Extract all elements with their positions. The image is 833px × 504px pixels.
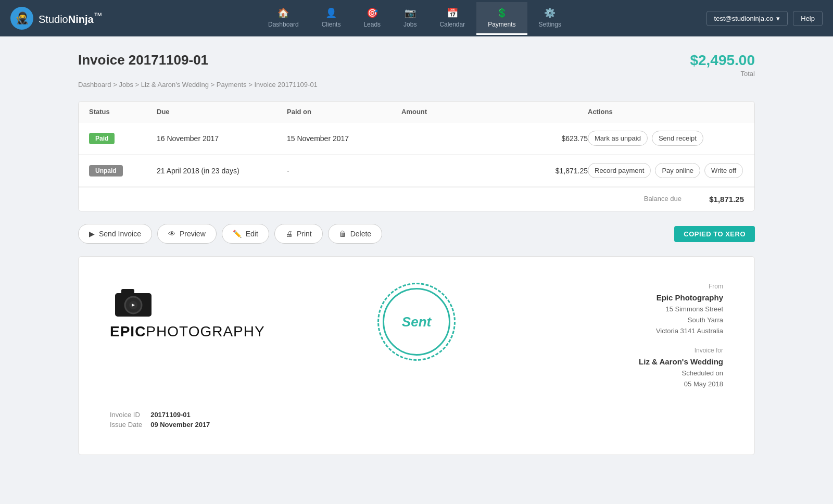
stamp-circle: Sent (383, 288, 450, 356)
invoice-total: $2,495.00 Total (690, 52, 755, 78)
sep1: > (113, 81, 119, 89)
brand-name: StudioNinja™ (39, 11, 102, 26)
company-logo: EPICPHOTOGRAPHY (110, 283, 357, 340)
invoice-for-details: Scheduled on 05 May 2018 (476, 368, 723, 390)
nav-leads[interactable]: 🎯 Leads (352, 2, 392, 35)
payments-icon: 💲 (496, 7, 508, 19)
logo-graphic (110, 283, 157, 319)
col-amount: Amount (401, 108, 588, 116)
due-cell: 16 November 2017 (157, 134, 287, 143)
invoice-title: Invoice 20171109-01 (78, 52, 208, 68)
main-nav: 🏠 Dashboard 👤 Clients 🎯 Leads 📷 Jobs 📅 C… (123, 2, 706, 35)
nav-clients[interactable]: 👤 Clients (310, 2, 352, 35)
navbar: 🥷 StudioNinja™ 🏠 Dashboard 👤 Clients 🎯 L… (0, 0, 833, 36)
balance-label: Balance due (644, 195, 681, 204)
nav-settings[interactable]: ⚙️ Settings (527, 2, 573, 35)
logo-circle: 🥷 (10, 7, 33, 30)
status-cell: Paid (89, 133, 157, 144)
sent-stamp: Sent (377, 283, 456, 361)
print-button[interactable]: 🖨 Print (274, 224, 323, 244)
col-actions: Actions (588, 108, 744, 116)
status-cell: Unpaid (89, 165, 157, 177)
from-info: From Epic Photography 15 Simmons Street … (476, 283, 723, 336)
write-off-button[interactable]: Write off (704, 163, 743, 178)
col-paid-on: Paid on (287, 108, 401, 116)
calendar-icon: 📅 (447, 7, 458, 19)
table-header: Status Due Paid on Amount Actions (79, 102, 754, 122)
col-due: Due (157, 108, 287, 116)
stamp-text: Sent (402, 314, 431, 330)
invoice-id-label: Invoice ID (110, 411, 142, 419)
clients-icon: 👤 (325, 7, 337, 19)
table-row: Paid 16 November 2017 15 November 2017 $… (79, 122, 754, 155)
breadcrumb: Dashboard > Jobs > Liz & Aaron's Wedding… (78, 81, 755, 89)
from-label: From (476, 283, 723, 290)
brand-logo: 🥷 StudioNinja™ (10, 7, 102, 30)
edit-button[interactable]: ✏️ Edit (222, 224, 269, 244)
send-invoice-button[interactable]: ▶ Send Invoice (78, 224, 152, 244)
xero-badge[interactable]: COPIED TO XERO (674, 226, 755, 242)
leads-icon: 🎯 (367, 7, 378, 19)
status-badge-paid: Paid (89, 133, 115, 144)
page-content: Invoice 20171109-01 $2,495.00 Total Dash… (62, 36, 771, 471)
chevron-down-icon: ▾ (776, 15, 780, 22)
from-company: Epic Photography (476, 293, 723, 302)
col-status: Status (89, 108, 157, 116)
due-cell: 21 April 2018 (in 23 days) (157, 167, 287, 175)
amount-cell: $623.75 (401, 134, 588, 143)
pay-online-button[interactable]: Pay online (655, 163, 700, 178)
issue-date-label: Issue Date (110, 421, 142, 429)
record-payment-button[interactable]: Record payment (588, 163, 651, 178)
printer-icon: 🖨 (285, 230, 293, 238)
invoice-total-amount: $2,495.00 (690, 52, 755, 69)
user-menu-button[interactable]: test@studioninja.co ▾ (706, 11, 788, 26)
navbar-right: test@studioninja.co ▾ Help (706, 11, 823, 26)
invoice-for-label: Invoice for (476, 347, 723, 354)
paid-on-cell: - (287, 167, 401, 175)
invoice-header: Invoice 20171109-01 $2,495.00 Total (78, 52, 755, 78)
action-bar: ▶ Send Invoice 👁 Preview ✏️ Edit 🖨 Print… (78, 224, 755, 244)
actions-cell: Mark as unpaid Send receipt (588, 131, 744, 146)
invoice-total-label: Total (690, 70, 755, 78)
invoice-for: Invoice for Liz & Aaron's Wedding Schedu… (476, 347, 723, 390)
balance-amount: $1,871.25 (702, 195, 744, 204)
delete-button[interactable]: 🗑 Delete (328, 224, 382, 244)
send-receipt-button[interactable]: Send receipt (652, 131, 703, 146)
status-badge-unpaid: Unpaid (89, 165, 123, 177)
preview-button[interactable]: 👁 Preview (157, 224, 217, 244)
issue-date-value: 09 November 2017 (150, 421, 723, 429)
jobs-icon: 📷 (405, 7, 416, 19)
preview-top: EPICPHOTOGRAPHY Sent From Epic Photograp… (110, 283, 723, 390)
from-address: 15 Simmons Street South Yarra Victoria 3… (476, 304, 723, 336)
settings-icon: ⚙️ (544, 7, 556, 19)
svg-rect-1 (121, 289, 134, 295)
send-invoice-icon: ▶ (89, 230, 95, 238)
trash-icon: 🗑 (339, 230, 346, 238)
mark-as-unpaid-button[interactable]: Mark as unpaid (588, 131, 648, 146)
nav-jobs[interactable]: 📷 Jobs (392, 2, 428, 35)
invoice-meta: Invoice ID 20171109-01 Issue Date 09 Nov… (110, 411, 723, 429)
sep4: > (248, 81, 254, 89)
table-row: Unpaid 21 April 2018 (in 23 days) - $1,8… (79, 155, 754, 187)
amount-cell: $1,871.25 (401, 167, 588, 175)
epic-text: EPICPHOTOGRAPHY (110, 323, 265, 340)
camera-svg (110, 283, 157, 319)
help-button[interactable]: Help (793, 11, 823, 26)
nav-calendar[interactable]: 📅 Calendar (428, 2, 476, 35)
pencil-icon: ✏️ (233, 230, 242, 238)
nav-payments[interactable]: 💲 Payments (476, 2, 527, 35)
sep2: > (135, 81, 141, 89)
sep3: > (211, 81, 217, 89)
dashboard-icon: 🏠 (277, 7, 289, 19)
paid-on-cell: 15 November 2017 (287, 134, 401, 143)
from-info-section: From Epic Photography 15 Simmons Street … (476, 283, 723, 390)
invoice-preview: EPICPHOTOGRAPHY Sent From Epic Photograp… (78, 256, 755, 455)
balance-row: Balance due $1,871.25 (79, 187, 754, 211)
stamp-outer: Sent (377, 283, 456, 361)
invoice-for-name: Liz & Aaron's Wedding (476, 357, 723, 366)
actions-cell: Record payment Pay online Write off (588, 163, 744, 178)
ninja-icon: 🥷 (15, 11, 29, 25)
nav-dashboard[interactable]: 🏠 Dashboard (257, 2, 310, 35)
invoice-id-value: 20171109-01 (150, 411, 723, 419)
eye-icon: 👁 (168, 230, 175, 238)
